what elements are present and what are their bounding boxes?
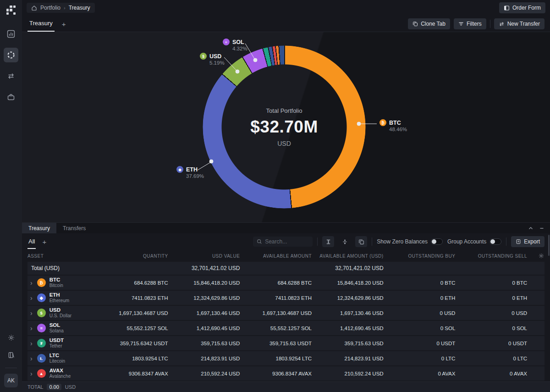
table-row[interactable]: › Ł LTC Litecoin 1803.9254 LTC 214,823.9… xyxy=(28,351,544,365)
fit-rows-button[interactable] xyxy=(322,236,334,247)
docs-icon xyxy=(7,351,15,359)
row-expand-chevron[interactable]: › xyxy=(29,279,33,287)
col-usd-value[interactable]: USD VALUE xyxy=(168,254,240,259)
sidebar-item-analytics[interactable] xyxy=(4,27,18,41)
search-input[interactable] xyxy=(265,238,306,245)
outstanding-sell-cell: 0 USD xyxy=(455,310,527,316)
breadcrumb-portfolio[interactable]: Portfolio xyxy=(40,5,60,11)
add-tab-button[interactable]: + xyxy=(62,17,66,32)
minimize-panel-icon[interactable] xyxy=(539,226,544,231)
asset-symbol: BTC xyxy=(50,277,63,283)
sidebar-item-trade[interactable] xyxy=(4,90,18,105)
tab-treasury[interactable]: Treasury xyxy=(28,16,55,32)
clone-icon xyxy=(412,21,418,27)
callout-usd: $USD 5.19% xyxy=(200,53,225,66)
group-accounts-toggle[interactable] xyxy=(490,238,501,245)
col-asset[interactable]: ASSET xyxy=(28,254,96,259)
outstanding-buy-cell: 0 USDT xyxy=(384,341,456,346)
asset-symbol: USDT xyxy=(50,337,64,343)
total-available-usd: 32,701,421.02 USD xyxy=(312,265,384,271)
align-center-icon xyxy=(342,239,348,245)
available-amount-usd-cell: 210,592.24 USD xyxy=(312,371,384,376)
col-outstanding-buy[interactable]: OUTSTANDING BUY xyxy=(384,254,456,259)
row-expand-chevron[interactable]: › xyxy=(29,355,33,362)
outstanding-sell-cell: 0 ETH xyxy=(455,295,527,301)
sidebar-item-transfers[interactable] xyxy=(4,69,18,83)
asset-symbol: LTC xyxy=(50,353,65,359)
available-amount-cell: 7411.0823 ETH xyxy=(240,295,312,301)
available-amount-usd-cell: 1,697,130.46 USD xyxy=(312,310,384,316)
row-expand-chevron[interactable]: › xyxy=(29,325,33,332)
table-row[interactable]: › ◆ ETH Ethereum 7411.0823 ETH 12,324,62… xyxy=(28,291,544,305)
subtab-all[interactable]: All xyxy=(28,234,36,249)
sidebar: AK xyxy=(0,0,22,392)
col-available-amount[interactable]: AVAILABLE AMOUNT xyxy=(240,254,312,259)
table-row[interactable]: › ₿ BTC Bitcoin 684.6288 BTC 15,846,418.… xyxy=(28,276,544,290)
order-form-button[interactable]: Order Form xyxy=(499,2,545,13)
table-body: › ₿ BTC Bitcoin 684.6288 BTC 15,846,418.… xyxy=(28,276,544,381)
gear-icon xyxy=(538,253,544,259)
table-row[interactable]: › ▲ AVAX Avalanche 9306.8347 AVAX 210,59… xyxy=(28,366,544,381)
total-usd-value: 32,701,421.02 USD xyxy=(168,265,240,271)
collapse-panel-icon[interactable] xyxy=(528,226,534,231)
top-bar: Portfolio › Treasury Order Form xyxy=(22,0,550,16)
sidebar-item-docs[interactable] xyxy=(4,348,18,362)
col-quantity[interactable]: QUANTITY xyxy=(96,254,168,259)
clone-tab-button[interactable]: Clone Tab xyxy=(408,18,450,29)
table-row[interactable]: › ₮ USDT Tether 359,715.6342 USDT 359,71… xyxy=(28,336,544,350)
quantity-cell: 684.6288 BTC xyxy=(96,280,168,286)
row-expand-chevron[interactable]: › xyxy=(29,309,33,317)
group-accounts-group: Group Accounts xyxy=(447,238,501,245)
table-row[interactable]: › $ USD U.S. Dollar 1,697,130.4687 USD 1… xyxy=(28,306,544,320)
asset-symbol: ETH xyxy=(50,292,69,298)
usd-value-cell: 210,592.24 USD xyxy=(168,371,240,376)
quantity-cell: 55,552.1257 SOL xyxy=(96,326,168,331)
donut-ring[interactable] xyxy=(203,45,366,209)
sidebar-item-portfolio[interactable] xyxy=(4,48,18,62)
new-transfer-button[interactable]: New Transfer xyxy=(494,18,544,29)
usd-value-cell: 1,412,690.45 USD xyxy=(168,326,240,331)
asset-name: Litecoin xyxy=(50,359,65,364)
available-amount-usd-cell: 359,715.63 USD xyxy=(312,341,384,346)
footer-total-label: TOTAL xyxy=(28,384,43,390)
coin-icon: Ł xyxy=(37,354,46,363)
user-avatar[interactable]: AK xyxy=(4,374,18,387)
portfolio-chart-panel: Total Portfolio $32.70M USD ≡SOL 4.32% $… xyxy=(22,32,550,222)
filters-button[interactable]: Filters xyxy=(454,18,486,29)
usd-coin-icon: $ xyxy=(200,53,207,60)
col-available-amount-usd[interactable]: AVAILABLE AMOUNT (USD) xyxy=(312,254,384,259)
sidebar-divider xyxy=(5,368,17,368)
outstanding-buy-cell: 0 ETH xyxy=(384,295,456,301)
balances-table: ASSET QUANTITY USD VALUE AVAILABLE AMOUN… xyxy=(22,250,550,381)
table-header: ASSET QUANTITY USD VALUE AVAILABLE AMOUN… xyxy=(28,250,544,262)
filter-icon xyxy=(458,21,464,27)
footer-total-value: 0.00 xyxy=(47,384,61,390)
available-amount-cell: 1803.9254 LTC xyxy=(240,356,312,361)
row-expand-chevron[interactable]: › xyxy=(29,370,33,377)
align-rows-button[interactable] xyxy=(339,236,351,247)
table-row[interactable]: › ≡ SOL Solana 55,552.1257 SOL 1,412,690… xyxy=(28,321,544,335)
callout-sol: ≡SOL 4.32% xyxy=(223,39,248,51)
coin-icon: ₿ xyxy=(37,278,46,287)
available-amount-usd-cell: 12,324,629.86 USD xyxy=(312,295,384,301)
breadcrumb[interactable]: Portfolio › Treasury xyxy=(27,3,95,13)
row-expand-chevron[interactable]: › xyxy=(29,294,33,302)
outstanding-sell-cell: 0 SOL xyxy=(455,326,527,331)
panel-scrollbar[interactable] xyxy=(548,235,550,256)
table-settings-button[interactable] xyxy=(527,253,544,259)
quantity-cell: 1803.9254 LTC xyxy=(96,356,168,361)
export-button[interactable]: Export xyxy=(511,236,544,247)
available-amount-cell: 55,552.1257 SOL xyxy=(240,326,312,331)
footer-total-unit: USD xyxy=(65,384,76,390)
panel-tab-treasury[interactable]: Treasury xyxy=(22,223,56,233)
row-expand-chevron[interactable]: › xyxy=(29,340,33,347)
col-outstanding-sell[interactable]: OUTSTANDING SELL xyxy=(455,254,527,259)
add-view-button[interactable]: + xyxy=(42,238,46,246)
show-zero-balances-toggle[interactable] xyxy=(431,238,443,245)
sidebar-item-settings[interactable] xyxy=(4,330,18,345)
panel-tab-transfers[interactable]: Transfers xyxy=(56,223,92,233)
app-logo-icon[interactable] xyxy=(6,6,16,15)
total-row: Total (USD) 32,701,421.02 USD 32,701,421… xyxy=(28,262,544,275)
copy-table-button[interactable] xyxy=(355,236,367,247)
asset-name: Avalanche xyxy=(50,374,71,379)
